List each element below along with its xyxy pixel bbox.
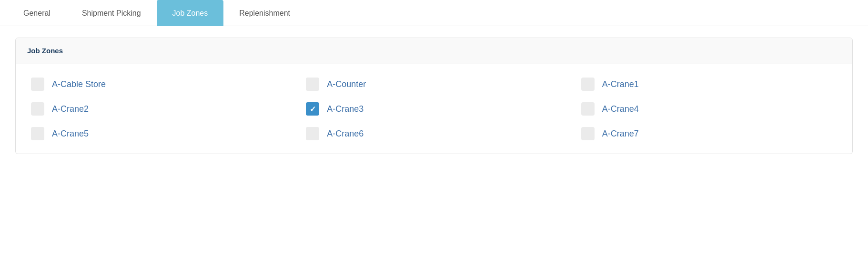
zone-item-a-crane5[interactable]: A-Crane5 [31, 127, 287, 140]
zones-grid: A-Cable StoreA-CounterA-Crane1A-Crane2A-… [31, 78, 837, 140]
zone-item-a-counter[interactable]: A-Counter [306, 78, 562, 91]
zone-item-a-crane7[interactable]: A-Crane7 [581, 127, 837, 140]
checkbox-a-crane7[interactable] [581, 127, 595, 140]
zone-label-a-cable-store: A-Cable Store [52, 79, 106, 89]
checkbox-a-crane3[interactable] [306, 102, 319, 116]
zone-label-a-crane7: A-Crane7 [602, 129, 639, 139]
tab-replenishment[interactable]: Replenishment [223, 0, 306, 26]
zone-label-a-crane4: A-Crane4 [602, 104, 639, 114]
zone-item-a-crane2[interactable]: A-Crane2 [31, 102, 287, 116]
zone-label-a-crane1: A-Crane1 [602, 79, 639, 89]
zone-label-a-crane3: A-Crane3 [327, 104, 363, 114]
zone-label-a-crane6: A-Crane6 [327, 129, 363, 139]
card-header: Job Zones [16, 38, 852, 64]
zone-item-a-crane4[interactable]: A-Crane4 [581, 102, 837, 116]
tab-general[interactable]: General [8, 0, 66, 26]
checkbox-a-crane5[interactable] [31, 127, 44, 140]
checkbox-a-crane1[interactable] [581, 78, 595, 91]
checkbox-a-crane6[interactable] [306, 127, 319, 140]
content-area: Job Zones A-Cable StoreA-CounterA-Crane1… [0, 26, 868, 165]
checkbox-a-counter[interactable] [306, 78, 319, 91]
checkbox-a-crane2[interactable] [31, 102, 44, 116]
zone-item-a-crane6[interactable]: A-Crane6 [306, 127, 562, 140]
zone-label-a-crane5: A-Crane5 [52, 129, 89, 139]
job-zones-card: Job Zones A-Cable StoreA-CounterA-Crane1… [15, 38, 853, 154]
tab-shipment-picking[interactable]: Shipment Picking [66, 0, 157, 26]
zone-item-a-crane1[interactable]: A-Crane1 [581, 78, 837, 91]
zone-item-a-crane3[interactable]: A-Crane3 [306, 102, 562, 116]
tab-job-zones[interactable]: Job Zones [157, 0, 224, 26]
checkbox-a-crane4[interactable] [581, 102, 595, 116]
zone-item-a-cable-store[interactable]: A-Cable Store [31, 78, 287, 91]
card-body: A-Cable StoreA-CounterA-Crane1A-Crane2A-… [16, 64, 852, 154]
checkbox-a-cable-store[interactable] [31, 78, 44, 91]
card-title: Job Zones [27, 47, 63, 55]
zone-label-a-counter: A-Counter [327, 79, 366, 89]
tabs-container: GeneralShipment PickingJob ZonesReplenis… [0, 0, 868, 26]
zone-label-a-crane2: A-Crane2 [52, 104, 89, 114]
